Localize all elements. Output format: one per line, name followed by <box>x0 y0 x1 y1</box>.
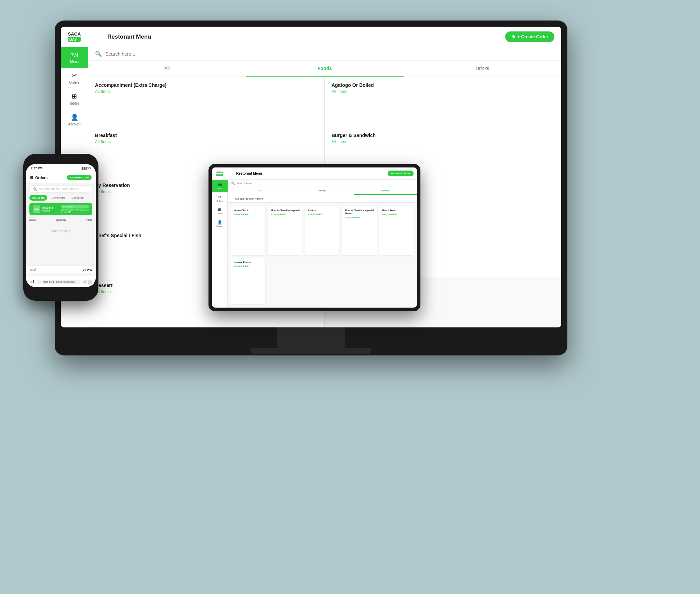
page-title: Restorant Menu <box>107 33 501 40</box>
tablet-search-input[interactable] <box>237 182 414 185</box>
drink-item-moet-nectar[interactable]: Moet & Chandon Imperial Nectar 250,000 F… <box>342 206 376 255</box>
tab-foods[interactable]: Foods <box>246 61 403 77</box>
search-icon: 🔍 <box>95 51 102 57</box>
category-name: Burger & Sandwich <box>332 133 554 138</box>
sidebar-item-tables[interactable]: ⊞ Tables <box>61 89 88 109</box>
phone-header-left: ☰ Orders <box>30 176 48 180</box>
phone-empty-state: Order is empty <box>26 222 96 240</box>
tablet-search-bar: 🔍 <box>228 180 417 187</box>
phone-table-header: Name Quantity Price <box>26 217 96 222</box>
sidebar-item-orders[interactable]: ✂ Orders <box>61 68 88 89</box>
phone-order-badge: On Going <box>61 205 89 208</box>
category-agatogo[interactable]: Agatogo Or Boiled All Items <box>325 77 561 127</box>
tablet-logo-bay: BAY <box>216 174 223 176</box>
category-name: Breakfast <box>95 133 318 138</box>
tablet-menu-icon: 🍽 <box>218 183 221 187</box>
category-sub: All Items <box>332 139 554 144</box>
drink-item-moet-imperial[interactable]: Moet & Chandon Imperial 225,000 FRW <box>268 206 302 255</box>
phone-url-bar: resto-portal-lite.up.railway.app <box>37 280 81 284</box>
tablet-menu-label: Menu <box>217 187 222 189</box>
logo-saga: SAGA <box>68 32 81 37</box>
tablet-sidebar: SAGA BAY 🍽 Menu ✂ Orders ⊞ Tables 👤 Acco… <box>212 167 228 308</box>
phone-hamburger-icon[interactable]: ☰ <box>30 176 33 179</box>
tab-all[interactable]: All <box>88 61 246 77</box>
tablet-create-order-button[interactable]: + Create Order <box>388 171 414 176</box>
phone-tab-completed[interactable]: Completed <box>49 195 67 201</box>
tablet-tab-drinks[interactable]: Drinks <box>354 187 417 195</box>
tablet-go-back-button[interactable]: ← Go back to shift history <box>231 197 263 200</box>
phone-search-placeholder: Search a name, order, or etc... <box>39 187 81 191</box>
sidebar-item-menu[interactable]: 🍽 Menu <box>61 47 88 68</box>
tablet-tab-all[interactable]: All <box>228 187 291 195</box>
phone-create-order-button[interactable]: + Create Order <box>67 175 92 180</box>
search-input[interactable] <box>105 51 554 57</box>
phone-tab-cancelled[interactable]: Cancelled <box>69 195 86 201</box>
monitor-stand <box>277 327 345 348</box>
tables-label: Tables <box>69 102 79 105</box>
sidebar-item-account[interactable]: 👤 Account <box>61 109 88 130</box>
phone-order-item[interactable]: A-A #867545 0 Items On Going Wednesday, … <box>29 203 92 215</box>
phone-total-value: 0 FRW <box>83 268 92 271</box>
drink-item-belaire[interactable]: Belaire 110,000 FRW <box>305 206 339 255</box>
drink-item-laurent[interactable]: Laurent Peurier 230,000 FRW <box>231 258 265 304</box>
tablet-go-back-bar: ← Go back to shift history <box>228 195 417 203</box>
drink-name: Moet & Chandon Imperial Nectar <box>345 209 374 215</box>
phone-tabs-icon[interactable]: ⬜ <box>88 280 92 284</box>
menu-label: Menu <box>70 60 79 64</box>
tablet-tabs: All Foods Drinks <box>228 187 417 195</box>
menu-icon: 🍽 <box>71 51 78 58</box>
tablet-logo-saga: SAGA <box>216 171 223 174</box>
phone-search-bar[interactable]: 🔍 Search a name, order, or etc... <box>29 185 92 193</box>
tablet-device: SAGA BAY 🍽 Menu ✂ Orders ⊞ Tables 👤 Acco… <box>208 164 420 311</box>
drink-price: 250,000 FRW <box>345 216 374 219</box>
phone-device: 2:27 PM ▐▐▐ 5G ☰ Orders + Create Order 🔍… <box>23 154 98 301</box>
phone-header-title: Orders <box>35 176 48 180</box>
tablet-drinks-grid: Veuve Clicot 250,000 FRW Moet & Chandon … <box>228 203 417 308</box>
create-order-button[interactable]: ⊕ + Create Order <box>505 31 554 42</box>
phone-share-icon[interactable]: ⬆ <box>32 280 35 284</box>
drink-item-veuve[interactable]: Veuve Clicot 250,000 FRW <box>231 206 265 255</box>
phone-order-count: 0 Items <box>42 210 59 212</box>
category-name: Agatogo Or Boiled <box>332 82 554 88</box>
drink-name: Laurent Peurier <box>234 261 262 264</box>
desktop-header: ← Restorant Menu ⊕ + Create Order <box>88 27 561 47</box>
tablet-sidebar-tables[interactable]: ⊞ Tables <box>212 205 228 217</box>
drink-price: 225,000 FRW <box>271 213 299 216</box>
tablet-sidebar-account[interactable]: 👤 Account <box>212 217 228 230</box>
phone-order-id: #867545 <box>42 206 59 210</box>
tablet-back-button[interactable]: ← <box>231 172 234 175</box>
phone-time: 2:27 PM <box>31 166 42 170</box>
drink-item-moete-rose[interactable]: Moete Rosé 260,000 FRW <box>379 206 414 255</box>
drink-name: Moet & Chandon Imperial <box>271 209 299 212</box>
tablet-sidebar-orders[interactable]: ✂ Orders <box>212 192 228 205</box>
drink-price: 230,000 FRW <box>234 265 262 268</box>
phone-bookmark-icon[interactable]: 📖 <box>83 280 88 284</box>
tablet-tables-icon: ⊞ <box>218 207 221 212</box>
phone-order-avatar: A-A <box>33 205 40 213</box>
phone-total-bar: Total 0 FRW <box>26 266 96 273</box>
phone-col-name: Name <box>29 219 36 221</box>
create-order-label: + Create Order <box>517 34 548 39</box>
tab-drinks[interactable]: Drinks <box>404 61 561 77</box>
tablet-page-title: Restorant Menu <box>236 172 386 175</box>
phone-order-info: #867545 0 Items <box>42 206 59 212</box>
tablet-tables-label: Tables <box>217 213 223 215</box>
phone-notch <box>47 157 75 163</box>
category-sub: All Items <box>332 89 554 94</box>
back-button[interactable]: ← <box>95 32 103 41</box>
tablet-search-icon: 🔍 <box>231 181 235 185</box>
phone-status-bar: 2:27 PM ▐▐▐ 5G <box>26 164 96 172</box>
tablet-screen: SAGA BAY 🍽 Menu ✂ Orders ⊞ Tables 👤 Acco… <box>212 167 417 308</box>
category-name: Accompaniment (Extra Charge) <box>95 82 318 88</box>
tablet-tab-foods[interactable]: Foods <box>291 187 354 195</box>
category-accompaniment[interactable]: Accompaniment (Extra Charge) All Items <box>88 77 325 127</box>
drink-name: Moete Rosé <box>382 209 411 212</box>
account-icon: 👤 <box>71 113 78 121</box>
tablet-sidebar-menu[interactable]: 🍽 Menu <box>212 180 228 192</box>
phone-tab-ongoing[interactable]: On Going <box>29 195 47 201</box>
logo-bay: BAY <box>68 37 81 42</box>
tablet-go-back-arrow-icon: ← <box>231 197 234 200</box>
phone-order-tabs: On Going Completed Cancelled <box>26 195 96 201</box>
desktop-search-bar: 🔍 <box>88 47 561 61</box>
orders-label: Orders <box>69 81 80 84</box>
